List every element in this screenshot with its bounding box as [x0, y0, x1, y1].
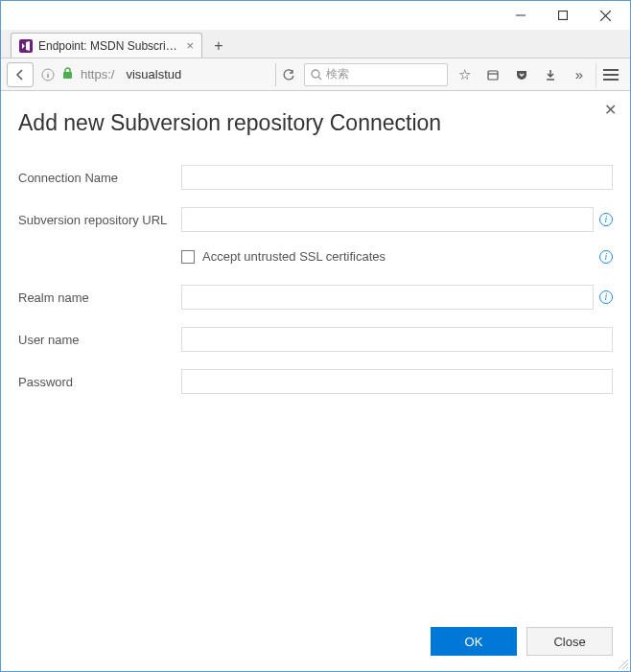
row-realm: Realm name i: [18, 285, 613, 310]
input-user[interactable]: [181, 327, 613, 352]
close-button[interactable]: Close: [526, 627, 613, 656]
dialog-footer: OK Close: [18, 617, 613, 656]
dialog-panel: ✕ Add new Subversion repository Connecti…: [1, 91, 630, 671]
site-identity-icon[interactable]: [37, 64, 58, 85]
search-placeholder: 検索: [326, 66, 349, 82]
window-close-button[interactable]: [584, 2, 626, 29]
svg-rect-7: [63, 72, 72, 79]
row-accept-ssl: Accept untrusted SSL certificates i: [181, 249, 613, 264]
input-connection-name[interactable]: [181, 165, 613, 190]
row-password: Password: [18, 369, 613, 394]
window-maximize-button[interactable]: [542, 2, 584, 29]
info-icon[interactable]: i: [599, 250, 613, 264]
overflow-icon[interactable]: »: [567, 63, 592, 86]
svg-line-9: [318, 77, 321, 80]
search-box[interactable]: 検索: [304, 63, 448, 86]
ok-button[interactable]: OK: [431, 627, 517, 656]
svg-point-8: [312, 70, 319, 78]
row-repo-url: Subversion repository URL i: [18, 207, 613, 232]
row-user: User name: [18, 327, 613, 352]
label-repo-url: Subversion repository URL: [18, 213, 181, 227]
browser-tabstrip: Endpoint: MSDN Subscrip... × +: [1, 30, 630, 58]
url-host[interactable]: visualstud: [122, 67, 185, 81]
svg-rect-10: [488, 71, 498, 80]
info-icon[interactable]: i: [599, 290, 613, 304]
url-scheme: https:/: [77, 67, 118, 81]
search-icon: [311, 69, 322, 81]
input-realm[interactable]: [181, 285, 594, 310]
window-titlebar: [1, 1, 630, 30]
svg-line-14: [626, 667, 628, 669]
resize-grip-icon[interactable]: [617, 658, 628, 669]
input-repo-url[interactable]: [181, 207, 594, 232]
reload-button[interactable]: [275, 63, 300, 86]
bookmark-star-icon[interactable]: ☆: [452, 63, 477, 86]
menu-button[interactable]: [596, 62, 624, 87]
library-icon[interactable]: [480, 63, 505, 86]
pocket-icon[interactable]: [509, 63, 534, 86]
svg-rect-1: [559, 12, 568, 20]
browser-toolbar: https:/ visualstud 検索 ☆ »: [1, 58, 630, 91]
visual-studio-icon: [19, 39, 33, 53]
lock-icon: [62, 67, 73, 82]
tab-title: Endpoint: MSDN Subscrip...: [38, 39, 180, 53]
info-icon[interactable]: i: [599, 213, 613, 226]
label-accept-ssl: Accept untrusted SSL certificates: [202, 249, 386, 264]
back-button[interactable]: [7, 62, 34, 87]
label-user: User name: [18, 333, 181, 347]
browser-tab-active[interactable]: Endpoint: MSDN Subscrip... ×: [11, 33, 202, 58]
checkbox-accept-ssl[interactable]: [181, 250, 195, 264]
connection-form: Connection Name Subversion repository UR…: [18, 165, 613, 617]
downloads-icon[interactable]: [538, 63, 563, 86]
label-realm: Realm name: [18, 290, 181, 305]
row-connection-name: Connection Name: [18, 165, 613, 190]
dialog-close-button[interactable]: ✕: [604, 101, 617, 119]
window-minimize-button[interactable]: [500, 2, 542, 29]
input-password[interactable]: [181, 369, 613, 394]
new-tab-button[interactable]: +: [206, 35, 231, 58]
browser-window: Endpoint: MSDN Subscrip... × + https:/ v…: [0, 0, 631, 672]
label-connection-name: Connection Name: [18, 171, 181, 185]
dialog-title: Add new Subversion repository Connection: [18, 110, 613, 136]
tab-close-button[interactable]: ×: [186, 38, 194, 53]
label-password: Password: [18, 375, 181, 389]
